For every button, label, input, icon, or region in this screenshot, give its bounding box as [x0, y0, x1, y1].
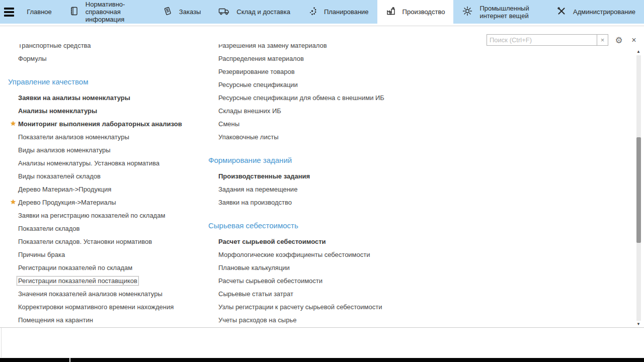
menu-item-label: Разрешения на замену материалов: [218, 44, 327, 49]
menu-item[interactable]: ★Мониторинг выполнения лабораторных анал…: [8, 117, 209, 130]
bottom-bar: [0, 358, 644, 362]
menu-item-label: Помещения на карантин: [18, 316, 93, 324]
menu-item-label: Заявки на производство: [218, 199, 292, 206]
menu-item[interactable]: Расчет сырьевой себестоимости: [208, 235, 601, 248]
menu-item-label: Сырьевые статьи затрат: [218, 290, 293, 298]
close-icon: ×: [631, 36, 636, 45]
panel-bottom-separator: [0, 327, 644, 328]
menu-item-label: Причины брака: [18, 251, 65, 258]
tab-sklad[interactable]: Склад и доставка: [209, 0, 299, 24]
menu-item[interactable]: Разрешения на замену материалов: [208, 44, 601, 52]
menu-item-label: Производственные задания: [218, 172, 310, 180]
menu-item[interactable]: Заявки на анализы номенклатуры: [8, 91, 209, 104]
menu-item[interactable]: Причины брака: [8, 248, 209, 261]
menu-item-label: Ресурсные спецификации для обмена с внеш…: [218, 94, 384, 102]
menu-item-label: Склады внешних ИБ: [218, 107, 281, 115]
tab-label: Производство: [403, 8, 445, 16]
menu-item[interactable]: Анализы номенклатуры: [8, 104, 209, 117]
tab-nsi[interactable]: Нормативно-справочная информация: [60, 0, 154, 24]
menu-item-label: Ресурсные спецификации: [218, 81, 298, 88]
tab-promyshlennyj-internet-veshchej[interactable]: Промышленный интернет вещей: [453, 0, 548, 24]
favorite-star-icon[interactable]: ★: [9, 117, 18, 130]
menu-item[interactable]: Плановые калькуляции: [208, 261, 601, 274]
tab-label: Планирование: [324, 8, 369, 16]
menu-item[interactable]: Узлы регистрации к расчету сырьевой себе…: [208, 300, 601, 313]
menu-item[interactable]: ★Дерево Продукция->Материалы: [8, 196, 209, 209]
menu-item[interactable]: Показатели анализов номенклатуры: [8, 130, 209, 143]
menu-item[interactable]: Заявки на регистрацию показателей по скл…: [8, 209, 209, 222]
menu-item-label: Смены: [218, 120, 239, 128]
menu-item[interactable]: Упаковочные листы: [208, 130, 601, 143]
tab-label: Нормативно-справочная информация: [86, 1, 145, 23]
menu-item[interactable]: Производственные задания: [208, 169, 601, 183]
tab-label: Главное: [27, 8, 52, 16]
menu-item-label: Резервирование товаров: [218, 68, 295, 75]
crossed-tools-icon: [556, 6, 567, 18]
menu-column-left: Транспортные средстваФормулыУправление к…: [8, 44, 209, 326]
menu-item-label: Анализы номенклатуры. Установка норматив…: [18, 159, 159, 167]
menu-item-label: Регистрации показателей поставщиков: [17, 277, 138, 285]
menu-item[interactable]: Склады внешних ИБ: [208, 104, 601, 117]
menu-item[interactable]: Задания на перемещение: [208, 183, 601, 196]
menu-column-right: Разрешения на замену материаловРаспредел…: [208, 44, 601, 326]
menu-item-label: Задания на перемещение: [218, 186, 297, 193]
menu-item[interactable]: Расчеты сырьевой себестоимости: [208, 274, 601, 287]
clear-icon: ×: [601, 36, 605, 44]
menu-item-label: Плановые калькуляции: [218, 264, 290, 272]
menu-item[interactable]: Регистрации показателей по складам: [8, 261, 209, 274]
menu-item[interactable]: Ресурсные спецификации для обмена с внеш…: [208, 91, 601, 104]
menu-item[interactable]: Учеты расходов на сырье: [208, 313, 601, 326]
menu-item[interactable]: Показатели складов. Установки нормативов: [8, 235, 209, 248]
menu-item[interactable]: Распределения материалов: [208, 52, 601, 65]
menu-item[interactable]: Помещения на карантин: [8, 313, 209, 326]
menu-item[interactable]: Дерево Материал->Продукция: [8, 183, 209, 196]
section-header: Управление качеством: [8, 75, 209, 88]
scrollbar-up-arrow[interactable]: ▲: [635, 48, 641, 54]
menu-item[interactable]: Виды показателей складов: [8, 169, 209, 183]
menu-item[interactable]: Смены: [208, 117, 601, 130]
menu-item-label: Виды показателей складов: [18, 172, 101, 180]
menu-item[interactable]: Показатели складов: [8, 222, 209, 235]
menu-item[interactable]: Регистрации показателей поставщиков: [8, 274, 209, 287]
tab-planirovanie[interactable]: Планирование: [299, 0, 377, 24]
menu-item-label: Транспортные средства: [18, 44, 91, 49]
menu-item-label: Расчеты сырьевой себестоимости: [218, 277, 323, 285]
menu-item-label: Заявки на регистрацию показателей по скл…: [18, 212, 165, 219]
menu-item[interactable]: Анализы номенклатуры. Установка норматив…: [8, 156, 209, 169]
menu-item[interactable]: Транспортные средства: [8, 44, 209, 52]
menu-item[interactable]: Виды анализов номенклатуры: [8, 143, 209, 156]
section-header: Сырьевая себестоимость: [208, 219, 601, 232]
favorite-star-icon[interactable]: ★: [9, 196, 18, 209]
menu-item-label: Корректировки нормативного времени нахож…: [18, 303, 174, 311]
menu-item[interactable]: Формулы: [8, 52, 209, 65]
menu-item-label: Анализы номенклатуры: [18, 107, 97, 115]
scrollbar-down-arrow[interactable]: ▼: [635, 321, 641, 327]
menu-item[interactable]: Морфологические коэффициенты себестоимос…: [208, 248, 601, 261]
menu-item[interactable]: Значения показателей анализов номенклату…: [8, 287, 209, 300]
tab-proizvodstvo[interactable]: Производство: [377, 0, 454, 24]
function-menu-panel: Транспортные средстваФормулыУправление к…: [0, 44, 635, 327]
tab-administrirovanie[interactable]: Администрирование: [548, 0, 644, 24]
menu-item[interactable]: Корректировки нормативного времени нахож…: [8, 300, 209, 313]
window-left-edge: [1, 328, 2, 357]
truck-icon: [218, 6, 230, 18]
scrollbar-track[interactable]: [636, 55, 641, 321]
tab-label: Промышленный интернет вещей: [479, 5, 539, 20]
main-section-tabbar: Главное Нормативно-справочная информация…: [0, 0, 644, 24]
menu-item-label: Показатели анализов номенклатуры: [18, 133, 129, 141]
scrollbar-thumb[interactable]: [636, 137, 641, 243]
receipt-icon: [163, 6, 173, 18]
main-menu-button[interactable]: [0, 0, 18, 24]
tab-zakazy[interactable]: Заказы: [154, 0, 209, 24]
section-header: Формирование заданий: [208, 154, 601, 167]
menu-item-label: Узлы регистрации к расчету сырьевой себе…: [218, 303, 382, 311]
tab-glavnoe[interactable]: Главное: [18, 0, 60, 24]
menu-item-label: Формулы: [18, 55, 47, 62]
menu-item[interactable]: Ресурсные спецификации: [208, 78, 601, 91]
menu-item-label: Заявки на анализы номенклатуры: [18, 94, 130, 102]
menu-item[interactable]: Сырьевые статьи затрат: [208, 287, 601, 300]
iot-gear-icon: [462, 6, 473, 18]
menu-item[interactable]: Заявки на производство: [208, 196, 601, 209]
book-icon: [69, 6, 79, 18]
menu-item[interactable]: Резервирование товаров: [208, 65, 601, 78]
